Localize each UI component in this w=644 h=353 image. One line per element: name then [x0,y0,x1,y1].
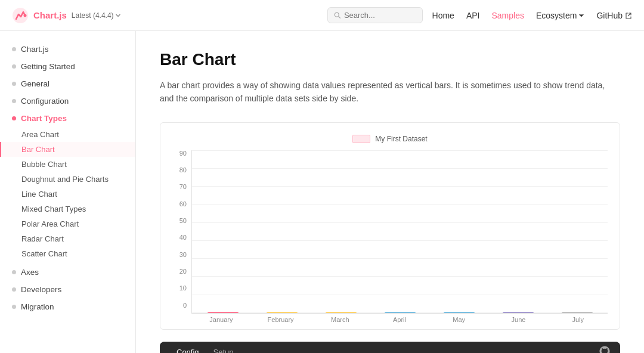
sidebar-dot [12,270,16,274]
sidebar-label-getting-started: Getting Started [21,62,75,71]
layout: Chart.js Getting Started General Configu… [0,31,644,353]
y-axis: 0102030405060708090 [172,150,191,323]
x-label: June [489,316,549,323]
chart-area: 0102030405060708090 JanuaryFebruaryMarch… [172,150,608,323]
sidebar-dot [12,287,16,292]
sidebar-dot [12,82,16,86]
sidebar-label-migration: Migration [21,302,54,311]
bar[interactable] [267,312,298,313]
bar-group[interactable] [253,312,310,313]
sidebar-sub-doughnut-pie[interactable]: Doughnut and Pie Charts [0,172,135,187]
bar-group[interactable] [371,312,428,313]
x-label: April [370,316,429,323]
nav-home[interactable]: Home [432,11,454,20]
sidebar-label-general: General [21,79,49,88]
bar-group[interactable] [490,312,546,313]
sidebar-dot-active [12,116,16,120]
code-tabs: Config Setup [160,342,620,353]
page-title: Bar Chart [160,50,620,69]
github-icon[interactable] [599,345,611,353]
sidebar-sub-area-chart[interactable]: Area Chart [0,127,135,142]
bar[interactable] [444,312,475,313]
bar-group[interactable] [431,312,487,313]
x-label: January [191,316,251,323]
logo-version: Latest (4.4.4) [72,11,121,20]
y-label: 60 [172,201,187,208]
sidebar-sub-mixed-chart[interactable]: Mixed Chart Types [0,202,135,216]
y-label: 90 [172,150,187,157]
search-icon [334,11,340,19]
svg-point-1 [24,14,27,17]
sidebar-dot [12,99,16,103]
x-label: February [251,316,311,323]
nav-ecosystem[interactable]: Ecosystem [536,11,584,20]
code-block: Config Setup const config = { type: 'bar… [160,342,620,353]
sidebar-item-getting-started[interactable]: Getting Started [0,58,135,75]
bar-group[interactable] [312,312,369,313]
bars-area [192,150,608,313]
chart-plot: JanuaryFebruaryMarchAprilMayJuneJuly [191,150,608,323]
bar[interactable] [208,312,239,313]
y-label: 10 [172,285,187,292]
x-label: July [548,316,608,323]
sidebar-sub-bar-chart[interactable]: Bar Chart [0,142,135,157]
x-label: May [429,316,489,323]
chart-grid [191,150,608,314]
y-label: 50 [172,218,187,224]
sidebar-sub-bubble-chart[interactable]: Bubble Chart [0,157,135,172]
ecosystem-chevron-icon [578,13,584,18]
chevron-down-icon [115,13,121,18]
sidebar-label-chart-types: Chart Types [21,114,67,123]
bar[interactable] [503,312,534,313]
bar-group[interactable] [549,312,605,313]
y-label: 70 [172,184,187,190]
sidebar: Chart.js Getting Started General Configu… [0,31,136,353]
sidebar-item-chart-types[interactable]: Chart Types [0,110,135,127]
y-label: 40 [172,234,187,241]
svg-point-2 [335,13,339,17]
code-tab-config[interactable]: Config [169,342,206,353]
sidebar-item-axes[interactable]: Axes [0,264,135,281]
search-input[interactable] [344,11,416,20]
chart-container: My First Dataset 0102030405060708090 Jan… [160,122,620,330]
legend-label: My First Dataset [375,135,427,143]
sidebar-sub-line-chart[interactable]: Line Chart [0,187,135,202]
sidebar-dot [12,305,16,309]
sidebar-sub-scatter-chart[interactable]: Scatter Chart [0,246,135,261]
sidebar-item-migration[interactable]: Migration [0,298,135,315]
search-box[interactable] [327,7,423,23]
code-tab-setup[interactable]: Setup [206,342,241,353]
chart-legend: My First Dataset [172,135,608,143]
external-link-icon [625,12,632,19]
logo-brand: Chart.js [33,10,67,20]
x-label: March [310,316,370,323]
sidebar-label-axes: Axes [21,268,39,277]
sidebar-dot [12,64,16,69]
sidebar-label-chartjs: Chart.js [21,45,49,54]
bar[interactable] [562,312,593,313]
topnav: Chart.js Latest (4.4.4) Home API Samples… [0,0,644,31]
sidebar-item-chartjs[interactable]: Chart.js [0,41,135,58]
y-label: 30 [172,252,187,258]
sidebar-dot [12,47,16,51]
main-content: Bar Chart A bar chart provides a way of … [136,31,644,353]
sidebar-sub-radar-chart[interactable]: Radar Chart [0,231,135,246]
sidebar-item-configuration[interactable]: Configuration [0,92,135,110]
logo[interactable]: Chart.js Latest (4.4.4) [12,7,121,24]
y-label: 80 [172,167,187,174]
sidebar-item-general[interactable]: General [0,75,135,92]
sidebar-sub-polar-area[interactable]: Polar Area Chart [0,216,135,231]
y-label: 0 [172,302,187,309]
nav-github[interactable]: GitHub [596,11,632,20]
bar-group[interactable] [194,312,251,313]
legend-color-box [352,135,370,143]
x-labels: JanuaryFebruaryMarchAprilMayJuneJuly [191,316,608,323]
sidebar-label-developers: Developers [21,285,61,294]
bar[interactable] [326,312,357,313]
nav-samples[interactable]: Samples [491,11,524,20]
nav-links: Home API Samples Ecosystem GitHub [432,11,632,20]
bar[interactable] [385,312,416,313]
nav-api[interactable]: API [466,11,480,20]
sidebar-item-developers[interactable]: Developers [0,281,135,298]
page-description: A bar chart provides a way of showing da… [160,79,613,106]
